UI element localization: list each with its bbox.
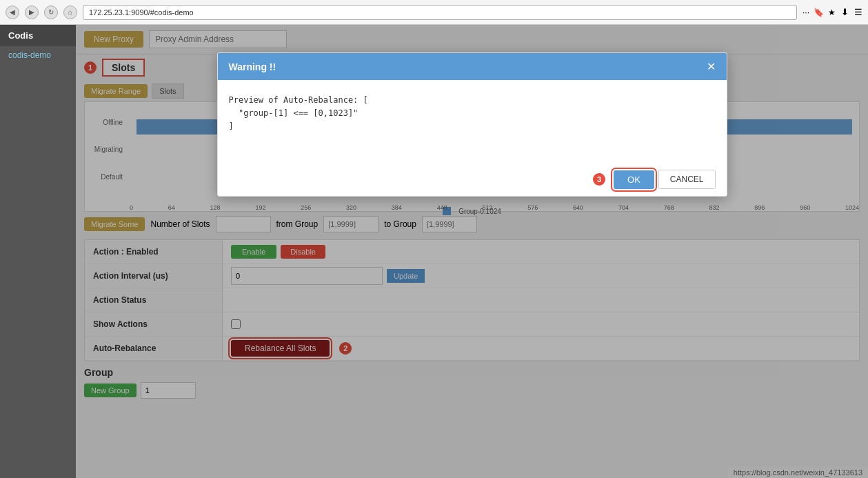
dialog-title: Warning !!: [229, 61, 276, 72]
dialog-ok-button[interactable]: OK: [614, 170, 654, 189]
sidebar-title: Codis: [0, 25, 76, 46]
forward-button[interactable]: ▶: [25, 6, 39, 19]
sidebar-item-codis-demo[interactable]: codis-demo: [0, 46, 76, 64]
dialog-footer: 3 OK CANCEL: [218, 163, 727, 196]
home-button[interactable]: ⌂: [63, 6, 77, 19]
dialog-content: Preview of Auto-Rebalance: [ "group-[1] …: [229, 94, 716, 134]
address-bar[interactable]: [83, 5, 797, 20]
dialog-close-button[interactable]: ✕: [707, 60, 716, 73]
bookmark-icon: 🔖: [814, 8, 824, 17]
app-container: Codis codis-demo New Proxy 1 Slots Migra…: [0, 25, 868, 478]
sidebar: Codis codis-demo: [0, 25, 76, 478]
step-badge-3: 3: [593, 173, 605, 186]
main-content: New Proxy 1 Slots Migrate Range Slots Of…: [76, 25, 868, 478]
refresh-button[interactable]: ↻: [44, 6, 58, 19]
browser-chrome: ◀ ▶ ↻ ⌂ ··· 🔖 ★ ⬇ ☰: [0, 0, 868, 25]
download-icon: ⬇: [841, 7, 849, 17]
extensions-icon: ···: [803, 8, 809, 17]
menu-icon: ☰: [854, 7, 862, 17]
back-button[interactable]: ◀: [6, 6, 19, 19]
dialog-overlay: Warning !! ✕ Preview of Auto-Rebalance: …: [76, 25, 868, 478]
dialog-cancel-button[interactable]: CANCEL: [658, 170, 716, 189]
dialog-body: Preview of Auto-Rebalance: [ "group-[1] …: [218, 80, 727, 163]
warning-dialog: Warning !! ✕ Preview of Auto-Rebalance: …: [217, 52, 727, 197]
dialog-header: Warning !! ✕: [218, 53, 727, 80]
star-icon: ★: [828, 8, 836, 17]
browser-icons: ··· 🔖 ★: [803, 8, 836, 17]
